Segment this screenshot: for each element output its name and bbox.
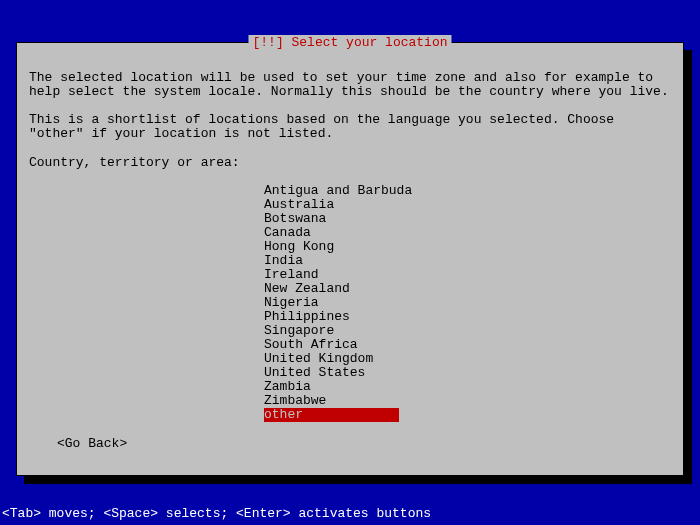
list-item[interactable]: Philippines (264, 310, 399, 324)
list-item[interactable]: New Zealand (264, 282, 399, 296)
list-item[interactable]: other (264, 408, 399, 422)
list-item[interactable]: Ireland (264, 268, 399, 282)
list-item[interactable]: Hong Kong (264, 240, 399, 254)
list-item[interactable]: Singapore (264, 324, 399, 338)
list-item[interactable]: India (264, 254, 399, 268)
dialog-title: [!!] Select your location (248, 35, 451, 50)
list-item[interactable]: Botswana (264, 212, 399, 226)
go-back-button[interactable]: <Go Back> (29, 436, 671, 451)
field-prompt: Country, territory or area: (29, 155, 671, 170)
footer-help: <Tab> moves; <Space> selects; <Enter> ac… (2, 506, 431, 521)
dialog-content: The selected location will be used to se… (17, 43, 683, 463)
dialog-window: [!!] Select your location The selected l… (16, 42, 684, 476)
list-item[interactable]: Antigua and Barbuda (264, 184, 412, 198)
list-item[interactable]: United Kingdom (264, 352, 399, 366)
list-item[interactable]: United States (264, 366, 399, 380)
location-list: Antigua and BarbudaAustraliaBotswanaCana… (29, 184, 671, 422)
instruction-para-1: The selected location will be used to se… (29, 71, 671, 99)
list-item[interactable]: Canada (264, 226, 399, 240)
instruction-para-2: This is a shortlist of locations based o… (29, 113, 671, 141)
list-item[interactable]: Australia (264, 198, 399, 212)
list-item[interactable]: Zimbabwe (264, 394, 399, 408)
list-item[interactable]: Nigeria (264, 296, 399, 310)
list-item[interactable]: Zambia (264, 380, 399, 394)
list-item[interactable]: South Africa (264, 338, 399, 352)
